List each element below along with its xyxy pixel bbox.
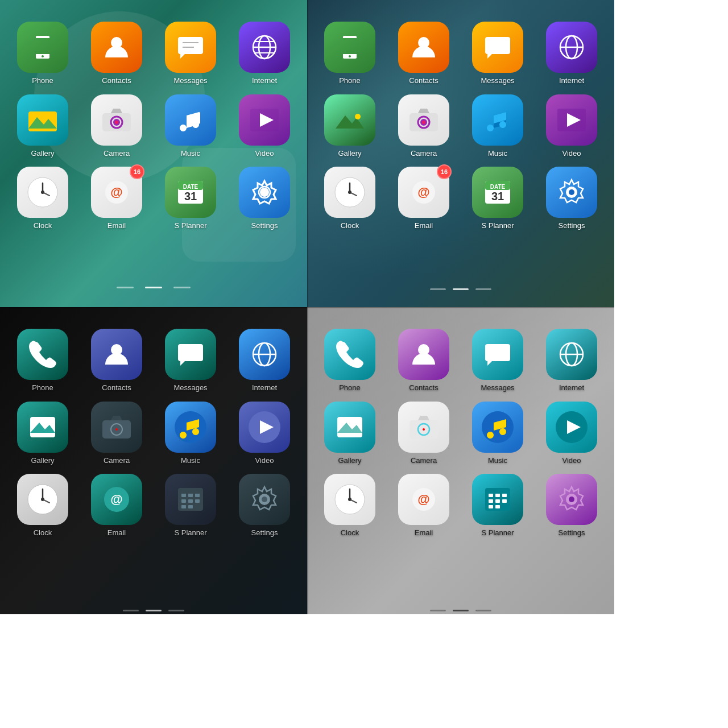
q1-app-grid: Phone Contacts Messages <box>0 0 307 241</box>
app-clock-q1[interactable]: Clock <box>6 162 80 235</box>
app-contacts-q1[interactable]: Contacts <box>80 17 154 90</box>
clock-icon-q2 <box>324 167 375 218</box>
phone-icon-wrapper-q3 <box>17 329 68 380</box>
contacts-icon-wrapper-q4 <box>398 329 449 380</box>
video-icon-q2 <box>546 94 597 146</box>
email-badge-q1: 16 <box>130 164 144 179</box>
camera-label-q1: Camera <box>104 149 130 158</box>
music-icon-wrapper-q3 <box>165 402 216 453</box>
splanner-label-q1: S Planner <box>174 221 206 230</box>
app-music-q4[interactable]: Music <box>461 397 535 470</box>
svg-rect-80 <box>181 499 186 503</box>
quadrant-bottom-right: Phone Contacts Messages <box>307 307 614 614</box>
app-gallery-q4[interactable]: Gallery <box>313 397 387 470</box>
app-settings-q4[interactable]: Settings <box>535 469 609 542</box>
app-phone-q2[interactable]: Phone <box>313 17 387 90</box>
app-gallery-q2[interactable]: Gallery <box>313 90 387 163</box>
app-internet-q3[interactable]: Internet <box>228 324 301 397</box>
app-email-q4[interactable]: @ Email <box>387 469 461 542</box>
app-video-q1[interactable]: Video <box>228 90 301 163</box>
app-splanner-q2[interactable]: DATE31 S Planner <box>461 162 535 235</box>
app-internet-q1[interactable]: Internet <box>228 17 301 90</box>
app-camera-q3[interactable]: Camera <box>80 397 154 470</box>
app-video-q4[interactable]: Video <box>535 397 609 470</box>
app-gallery-q3[interactable]: Gallery <box>6 397 80 470</box>
app-settings-q2[interactable]: Settings <box>535 162 609 235</box>
camera-icon-q2 <box>398 94 449 146</box>
app-camera-q2[interactable]: Camera <box>387 90 461 163</box>
app-clock-q3[interactable]: Clock <box>6 469 80 542</box>
app-splanner-q3[interactable]: S Planner <box>154 469 228 542</box>
app-phone-q1[interactable]: Phone <box>6 17 80 90</box>
app-internet-q4[interactable]: Internet <box>535 324 609 397</box>
camera-label-q2: Camera <box>411 149 437 158</box>
app-clock-q2[interactable]: Clock <box>313 162 387 235</box>
app-contacts-q2[interactable]: Contacts <box>387 17 461 90</box>
settings-icon-wrapper-q1 <box>239 167 290 218</box>
app-settings-q1[interactable]: Settings <box>228 162 301 235</box>
app-contacts-q4[interactable]: Contacts <box>387 324 461 397</box>
svg-rect-79 <box>195 494 200 497</box>
svg-rect-108 <box>495 494 500 497</box>
svg-point-30 <box>262 190 267 195</box>
contacts-icon-q2 <box>398 22 449 73</box>
music-icon-q1 <box>165 94 216 146</box>
camera-icon-wrapper-q3 <box>91 402 142 453</box>
app-phone-q3[interactable]: Phone <box>6 324 80 397</box>
svg-rect-114 <box>495 505 500 508</box>
app-gallery-q1[interactable]: Gallery <box>6 90 80 163</box>
svg-rect-109 <box>502 494 507 497</box>
internet-icon-wrapper-q1 <box>239 22 290 73</box>
camera-icon-q1 <box>91 94 142 146</box>
svg-text:DATE: DATE <box>183 184 198 190</box>
app-messages-q4[interactable]: Messages <box>461 324 535 397</box>
app-clock-q4[interactable]: Clock <box>313 469 387 542</box>
contacts-label-q3: Contacts <box>102 383 131 392</box>
app-messages-q1[interactable]: Messages <box>154 17 228 90</box>
internet-label-q3: Internet <box>252 383 277 392</box>
app-email-q3[interactable]: @ Email <box>80 469 154 542</box>
settings-icon-q2 <box>546 167 597 218</box>
video-label-q4: Video <box>562 456 581 465</box>
contacts-label-q1: Contacts <box>102 76 131 85</box>
svg-rect-88 <box>485 344 510 361</box>
video-label-q2: Video <box>562 149 581 158</box>
clock-label-q3: Clock <box>34 528 52 537</box>
gallery-icon-wrapper-q2 <box>324 94 375 146</box>
app-camera-q1[interactable]: Camera <box>80 90 154 163</box>
app-music-q2[interactable]: Music <box>461 90 535 163</box>
app-messages-q2[interactable]: Messages <box>461 17 535 90</box>
app-splanner-q4[interactable]: S Planner <box>461 469 535 542</box>
messages-label-q2: Messages <box>481 76 514 85</box>
app-video-q2[interactable]: Video <box>535 90 609 163</box>
svg-rect-110 <box>489 499 493 503</box>
q1-bottom-strip <box>0 270 307 304</box>
app-email-q1[interactable]: @ 16 Email <box>80 162 154 235</box>
app-music-q3[interactable]: Music <box>154 397 228 470</box>
phone-icon-q4 <box>324 329 375 380</box>
phone-icon-q1 <box>17 22 68 73</box>
app-email-q2[interactable]: @ 16 Email <box>387 162 461 235</box>
app-splanner-q1[interactable]: DATE31 S Planner <box>154 162 228 235</box>
music-label-q1: Music <box>181 149 200 158</box>
svg-text:@: @ <box>110 185 122 199</box>
music-icon-q2 <box>472 94 523 146</box>
messages-icon-wrapper-q3 <box>165 329 216 380</box>
app-settings-q3[interactable]: Settings <box>228 469 301 542</box>
app-video-q3[interactable]: Video <box>228 397 301 470</box>
q3-bottom-strip <box>0 610 307 611</box>
app-internet-q2[interactable]: Internet <box>535 17 609 90</box>
app-phone-q4[interactable]: Phone <box>313 324 387 397</box>
app-music-q1[interactable]: Music <box>154 90 228 163</box>
app-messages-q3[interactable]: Messages <box>154 324 228 397</box>
contacts-icon-wrapper-q3 <box>91 329 142 380</box>
app-contacts-q3[interactable]: Contacts <box>80 324 154 397</box>
app-camera-q4[interactable]: Camera <box>387 397 461 470</box>
email-icon-wrapper-q1: @ 16 <box>91 167 142 218</box>
gallery-icon-wrapper-q1 <box>17 94 68 146</box>
music-label-q3: Music <box>181 456 200 465</box>
settings-icon-q4 <box>546 474 597 525</box>
camera-icon-wrapper-q2 <box>398 94 449 146</box>
music-icon-wrapper-q2 <box>472 94 523 146</box>
splanner-icon-q3 <box>165 474 216 525</box>
